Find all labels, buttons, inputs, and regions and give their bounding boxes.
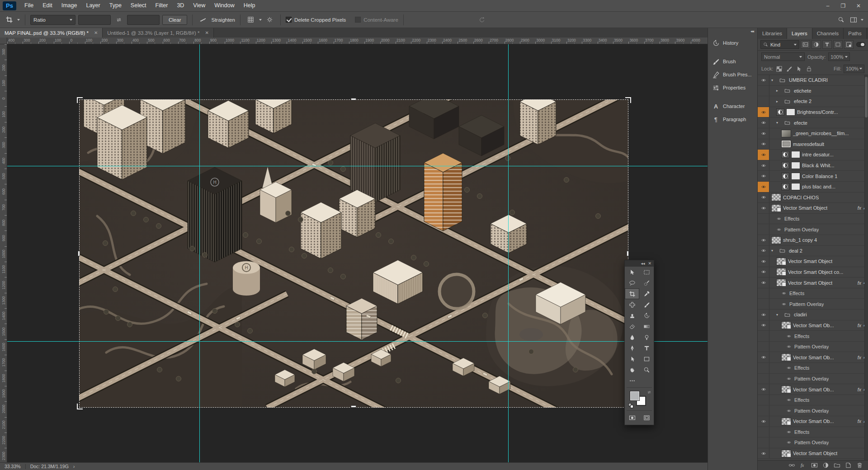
lock-position-icon[interactable] <box>796 66 802 72</box>
layer-visibility-toggle[interactable] <box>758 352 769 362</box>
path-selection-tool[interactable] <box>625 353 639 364</box>
layer-visibility-toggle[interactable] <box>758 160 769 171</box>
brush-tool[interactable] <box>639 299 654 310</box>
COPACI CHIOS[interactable]: COPACI CHIOS fx▴ <box>758 193 868 203</box>
Vector Smart Object[interactable]: Vector Smart Object fx▴ <box>758 277 868 288</box>
Pattern Overlay[interactable]: Pattern Overlay fx▴ <box>758 405 868 416</box>
document-tab-untitled[interactable]: Untitled-1 @ 33.3% (Layer 1, RGB/8#) * ✕ <box>103 28 213 38</box>
lock-transparency-icon[interactable] <box>776 66 783 72</box>
layer-thumbnail[interactable] <box>781 385 791 393</box>
minimize-button[interactable]: – <box>820 0 835 11</box>
effect-visibility-toggle[interactable] <box>786 409 793 413</box>
menu-item[interactable]: Layer <box>81 0 104 12</box>
swap-dimensions-icon[interactable] <box>113 14 124 25</box>
group-expand-arrow[interactable] <box>776 89 780 93</box>
Vector Smart Ob...[interactable]: Vector Smart Ob... fx▴ <box>758 320 868 331</box>
layer-thumbnail[interactable] <box>771 204 781 212</box>
effect-visibility-toggle[interactable] <box>786 366 793 370</box>
panel-tab-channels[interactable]: Channels <box>812 28 844 39</box>
menu-item[interactable]: Help <box>239 0 260 12</box>
layer-visibility-toggle[interactable] <box>758 107 769 118</box>
panel-button-brush[interactable]: Brush <box>708 56 757 67</box>
overlay-caret-icon[interactable] <box>259 19 262 21</box>
layer-visibility-toggle[interactable] <box>758 182 769 192</box>
maximize-button[interactable]: ❐ <box>835 0 851 11</box>
crop-tool-preset-icon[interactable] <box>4 14 14 25</box>
opacity-input[interactable]: 100% <box>828 52 850 61</box>
Effects[interactable]: Effects fx▴ <box>758 214 868 225</box>
Effects[interactable]: Effects fx▴ <box>758 395 868 406</box>
layer-visibility-toggle[interactable] <box>758 416 769 427</box>
fill-input[interactable]: 100% <box>844 65 864 73</box>
zoom-tool[interactable] <box>639 364 654 375</box>
UMBRE CLADIRI[interactable]: UMBRE CLADIRI fx▴ <box>758 75 868 86</box>
move-tool[interactable] <box>625 267 639 277</box>
crop-settings-gear-icon[interactable] <box>264 14 275 25</box>
photoshop-logo[interactable]: Ps <box>3 1 16 10</box>
layer-thumbnail[interactable] <box>776 279 786 287</box>
layer-visibility-toggle[interactable] <box>758 256 769 267</box>
crop-overlay-grid-icon[interactable] <box>245 14 256 25</box>
layer-visibility-toggle[interactable] <box>758 374 769 384</box>
layer-thumbnail[interactable] <box>781 130 791 137</box>
crop-handle-top[interactable] <box>351 98 356 100</box>
efecte 2[interactable]: efecte 2 fx▴ <box>758 96 868 107</box>
layer-thumbnail[interactable] <box>781 321 791 329</box>
layer-visibility-toggle[interactable] <box>758 267 769 277</box>
menu-item[interactable]: File <box>20 0 38 12</box>
delete-cropped-pixels-checkbox[interactable] <box>286 17 292 23</box>
close-button[interactable]: ✕ <box>851 0 866 11</box>
effect-visibility-toggle[interactable] <box>781 302 788 306</box>
lock-all-icon[interactable] <box>806 66 812 72</box>
layer-thumbnail[interactable] <box>776 268 786 276</box>
group-expand-arrow[interactable] <box>771 78 775 82</box>
filter-pixel-layers-icon[interactable] <box>801 40 810 49</box>
Vector Smart Object[interactable]: Vector Smart Object fx▴ <box>758 203 868 214</box>
layer-visibility-toggle[interactable] <box>758 139 769 150</box>
adjustment-layer-icon[interactable] <box>781 173 789 180</box>
menu-item[interactable]: Filter <box>151 0 173 12</box>
crop-ratio-select[interactable]: Ratio <box>30 15 75 25</box>
Vector Smart Object[interactable]: Vector Smart Object fx▴ <box>758 448 868 459</box>
_green_microbes__film...[interactable]: _green_microbes__film... fx▴ <box>758 128 868 139</box>
layer-visibility-toggle[interactable] <box>758 118 769 128</box>
panel-tab-paths[interactable]: Paths <box>844 28 866 39</box>
layer-visibility-toggle[interactable] <box>758 86 769 96</box>
screen-mode-button[interactable] <box>639 412 654 423</box>
layer-visibility-toggle[interactable] <box>758 299 769 309</box>
tab-close-icon[interactable]: ✕ <box>205 30 208 35</box>
shape-tool[interactable] <box>639 353 654 364</box>
layer-thumbnail[interactable] <box>776 258 786 265</box>
new-layer-icon[interactable] <box>845 462 852 469</box>
foreground-color-swatch[interactable] <box>630 391 639 400</box>
layer-thumbnail[interactable] <box>782 87 792 94</box>
type-tool[interactable] <box>639 343 654 353</box>
crop-handle-top-right[interactable] <box>625 97 631 103</box>
crop-handle-bottom[interactable] <box>351 405 356 408</box>
dodge-tool[interactable] <box>639 332 654 343</box>
Effects[interactable]: Effects fx▴ <box>758 331 868 342</box>
Vector Smart Object[interactable]: Vector Smart Object fx▴ <box>758 256 868 267</box>
filter-type-layers-icon[interactable] <box>822 40 832 49</box>
link-layers-icon[interactable] <box>788 462 796 469</box>
horizontal-guide[interactable] <box>7 166 708 166</box>
Vector Smart Ob...[interactable]: Vector Smart Ob... fx▴ <box>758 352 868 363</box>
Pattern Overlay[interactable]: Pattern Overlay fx▴ <box>758 437 868 448</box>
Vector Smart Object co...[interactable]: Vector Smart Object co... fx▴ <box>758 267 868 278</box>
gradient-tool[interactable] <box>639 321 654 332</box>
adjustment-layer-icon[interactable] <box>781 183 789 190</box>
lasso-tool[interactable] <box>625 277 639 288</box>
layer-visibility-toggle[interactable] <box>758 427 769 437</box>
panel-button-paragraph[interactable]: Paragraph <box>708 114 757 125</box>
Pattern Overlay[interactable]: Pattern Overlay fx▴ <box>758 342 868 352</box>
crop-handle-bottom-left[interactable] <box>77 404 83 409</box>
layer-visibility-toggle[interactable] <box>758 75 769 85</box>
vertical-ruler[interactable]: 3002001000100200300400500600700800900100… <box>0 44 7 462</box>
Brightness/Contr...[interactable]: Brightness/Contr... fx▴ <box>758 107 868 118</box>
clone-stamp-tool[interactable] <box>625 310 639 321</box>
tool-preset-caret-icon[interactable] <box>17 19 20 21</box>
layer-visibility-toggle[interactable] <box>758 171 769 181</box>
layer-visibility-toggle[interactable] <box>758 246 769 256</box>
lock-pixels-icon[interactable] <box>786 66 793 72</box>
Effects[interactable]: Effects fx▴ <box>758 363 868 374</box>
